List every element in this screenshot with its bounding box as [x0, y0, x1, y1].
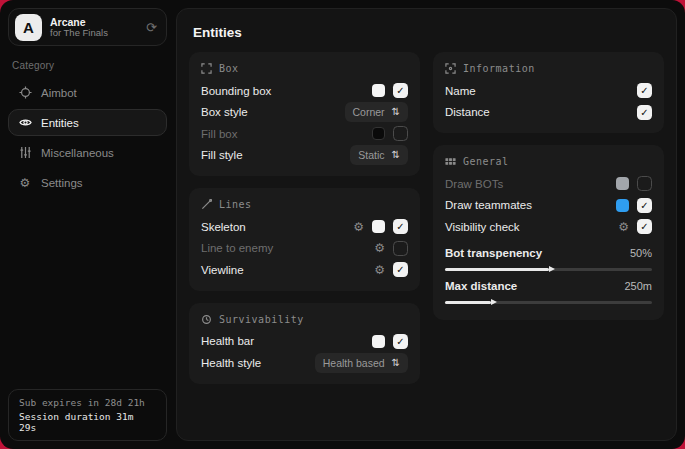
setting-label: Draw BOTs — [445, 178, 616, 190]
setting-row-draw-teammates: Draw teammates ✓ — [445, 195, 652, 217]
slider-fill-thumb[interactable] — [445, 301, 491, 304]
setting-label: Line to enemy — [201, 242, 374, 254]
refresh-icon[interactable]: ⟳ — [146, 20, 157, 35]
card-title: Box — [219, 63, 239, 74]
setting-row-health-style: Health style Health based ⇅ — [201, 352, 408, 374]
page-title: Entities — [193, 25, 664, 40]
app-window: A Arcane for The Finals ⟳ Category Aimbo… — [0, 0, 685, 449]
color-swatch[interactable] — [372, 335, 385, 348]
checkbox-checked[interactable]: ✓ — [637, 83, 652, 98]
slider-label: Max distance — [445, 280, 624, 292]
card-general-header: General — [445, 156, 652, 167]
setting-label: Fill style — [201, 149, 350, 161]
setting-row-name: Name ✓ — [445, 80, 652, 102]
box-style-dropdown[interactable]: Corner ⇅ — [345, 102, 409, 122]
gear-icon[interactable]: ⚙ — [618, 221, 629, 233]
card-information-header: Information — [445, 63, 652, 74]
setting-label: Viewline — [201, 264, 374, 276]
checkbox-checked[interactable]: ✓ — [393, 219, 408, 234]
checkbox-checked[interactable]: ✓ — [393, 83, 408, 98]
subscription-status-box: Sub expires in 28d 21h Session duration … — [8, 389, 167, 441]
setting-row-visibility-check: Visibility check ⚙ ✓ — [445, 216, 652, 238]
sidebar-item-settings[interactable]: ⚙ Settings — [8, 169, 167, 196]
setting-row-skeleton: Skeleton ⚙ ✓ — [201, 216, 408, 238]
slider-max-distance: Max distance 250m — [445, 278, 652, 304]
color-swatch[interactable] — [372, 220, 385, 233]
card-box-header: Box — [201, 63, 408, 74]
checkbox-unchecked[interactable] — [393, 126, 408, 141]
setting-label: Bounding box — [201, 85, 372, 97]
sidebar-item-entities[interactable]: Entities — [8, 109, 167, 136]
card-general: General Draw BOTs Draw teammates ✓ — [433, 145, 664, 320]
checkbox-checked[interactable]: ✓ — [637, 198, 652, 213]
color-swatch[interactable] — [372, 127, 385, 140]
color-swatch[interactable] — [616, 177, 629, 190]
setting-row-bounding-box: Bounding box ✓ — [201, 80, 408, 102]
checkbox-unchecked[interactable] — [637, 176, 652, 191]
checkbox-unchecked[interactable] — [393, 241, 408, 256]
checkbox-checked[interactable]: ✓ — [393, 262, 408, 277]
sidebar-item-label: Aimbot — [41, 87, 77, 99]
setting-label: Visibility check — [445, 221, 618, 233]
card-title: Lines — [219, 199, 252, 210]
box-corners-icon — [201, 63, 212, 74]
setting-label: Health style — [201, 357, 315, 369]
slider-value: 50% — [630, 247, 652, 259]
session-duration-text: Session duration 31m 29s — [19, 411, 156, 433]
setting-label: Skeleton — [201, 221, 353, 233]
survivability-icon — [201, 314, 212, 325]
sidebar-item-label: Settings — [41, 177, 83, 189]
setting-label: Health bar — [201, 335, 372, 347]
right-column: Information Name ✓ Distance ✓ — [433, 52, 664, 384]
setting-label: Distance — [445, 106, 637, 118]
category-label: Category — [12, 60, 163, 71]
sidebar-item-miscellaneous[interactable]: Miscellaneous — [8, 139, 167, 166]
gear-icon[interactable]: ⚙ — [353, 221, 364, 233]
slider-bot-transparency: Bot transpenency 50% — [445, 245, 652, 271]
card-title: General — [463, 156, 509, 167]
brand-title: Arcane — [50, 16, 138, 28]
setting-label: Draw teammates — [445, 199, 616, 211]
sliders-icon — [18, 146, 32, 160]
cards-columns: Box Bounding box ✓ Box style Corn — [189, 52, 664, 384]
fill-style-dropdown[interactable]: Static ⇅ — [350, 145, 408, 165]
brand-logo: A — [15, 14, 42, 41]
checkbox-checked[interactable]: ✓ — [637, 219, 652, 234]
setting-row-distance: Distance ✓ — [445, 102, 652, 124]
gear-icon[interactable]: ⚙ — [374, 242, 385, 254]
slider-fill-thumb[interactable] — [445, 268, 549, 271]
setting-row-health-bar: Health bar ✓ — [201, 331, 408, 353]
sidebar-item-aimbot[interactable]: Aimbot — [8, 79, 167, 106]
information-icon — [445, 63, 456, 74]
setting-row-viewline: Viewline ⚙ ✓ — [201, 259, 408, 281]
brand-text: Arcane for The Finals — [50, 16, 138, 39]
setting-row-line-to-enemy: Line to enemy ⚙ — [201, 238, 408, 260]
gear-icon[interactable]: ⚙ — [374, 264, 385, 276]
dropdown-value: Static — [358, 149, 384, 161]
checkbox-checked[interactable]: ✓ — [637, 105, 652, 120]
card-lines-header: Lines — [201, 199, 408, 210]
chevron-updown-icon: ⇅ — [392, 150, 400, 160]
card-box: Box Bounding box ✓ Box style Corn — [189, 52, 420, 176]
card-survivability-header: Survivability — [201, 314, 408, 325]
chevron-updown-icon: ⇅ — [392, 107, 400, 117]
entities-eye-icon — [18, 116, 32, 130]
card-title: Information — [463, 63, 535, 74]
checkbox-checked[interactable]: ✓ — [393, 334, 408, 349]
main-panel: Entities Box Bounding box — [176, 8, 677, 441]
color-swatch[interactable] — [616, 199, 629, 212]
dropdown-value: Health based — [323, 357, 385, 369]
slider-track[interactable] — [445, 301, 652, 304]
left-column: Box Bounding box ✓ Box style Corn — [189, 52, 420, 384]
setting-row-box-style: Box style Corner ⇅ — [201, 102, 408, 124]
diagonal-line-icon — [201, 199, 212, 210]
health-style-dropdown[interactable]: Health based ⇅ — [315, 353, 408, 373]
setting-row-fill-style: Fill style Static ⇅ — [201, 145, 408, 167]
sidebar-item-label: Miscellaneous — [41, 147, 114, 159]
brand-subtitle: for The Finals — [50, 28, 138, 39]
color-swatch[interactable] — [372, 84, 385, 97]
card-title: Survivability — [219, 314, 304, 325]
setting-label: Box style — [201, 106, 345, 118]
slider-track[interactable] — [445, 268, 652, 271]
setting-label: Fill box — [201, 128, 372, 140]
